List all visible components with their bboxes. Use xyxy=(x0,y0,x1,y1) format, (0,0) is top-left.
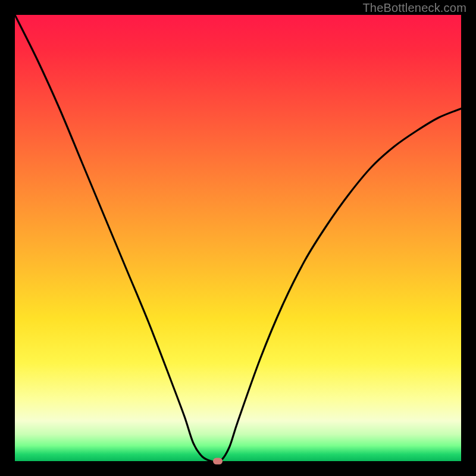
watermark-text: TheBottleneck.com xyxy=(362,1,466,15)
optimum-marker xyxy=(213,458,223,465)
chart-frame: TheBottleneck.com xyxy=(0,0,476,476)
plot-area xyxy=(15,15,461,461)
bottleneck-curve xyxy=(15,15,461,461)
